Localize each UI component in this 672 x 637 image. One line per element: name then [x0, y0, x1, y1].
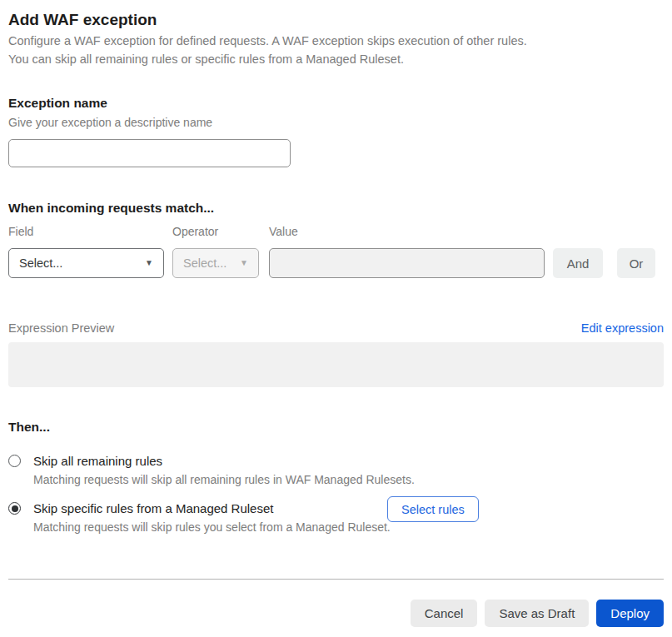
match-column-labels: Field Operator Value	[8, 224, 664, 239]
then-section: Then... Skip all remaining rules Matchin…	[8, 419, 664, 535]
value-input[interactable]	[269, 248, 545, 278]
select-rules-button[interactable]: Select rules	[387, 496, 479, 522]
expression-preview-row: Expression Preview Edit expression	[8, 321, 664, 336]
deploy-button[interactable]: Deploy	[596, 600, 664, 627]
add-waf-exception-form: Add WAF exception Configure a WAF except…	[0, 0, 672, 627]
page-description-line-2: You can skip all remaining rules or spec…	[8, 50, 664, 68]
exception-name-input[interactable]	[8, 139, 291, 167]
cancel-button[interactable]: Cancel	[411, 600, 478, 627]
value-label: Value	[269, 224, 298, 239]
expression-preview-box	[8, 342, 664, 387]
skip-specific-description: Matching requests will skip rules you se…	[33, 520, 664, 535]
edit-expression-link[interactable]: Edit expression	[581, 321, 664, 336]
operator-select-value: Select...	[183, 256, 226, 270]
exception-name-help: Give your exception a descriptive name	[8, 115, 664, 130]
operator-select[interactable]: Select... ▼	[172, 248, 259, 278]
skip-all-radio-row[interactable]: Skip all remaining rules	[8, 453, 664, 469]
exception-name-section: Exception name Give your exception a des…	[8, 95, 664, 167]
save-as-draft-button[interactable]: Save as Draft	[485, 600, 589, 627]
page-title: Add WAF exception	[8, 10, 664, 29]
skip-all-label: Skip all remaining rules	[33, 453, 162, 469]
chevron-down-icon: ▼	[240, 259, 248, 267]
field-label: Field	[8, 224, 172, 239]
chevron-down-icon: ▼	[145, 259, 153, 267]
exception-name-heading: Exception name	[8, 95, 664, 111]
match-section: When incoming requests match... Field Op…	[8, 200, 664, 278]
footer-actions: Cancel Save as Draft Deploy	[8, 600, 664, 627]
option-skip-specific-rules: Skip specific rules from a Managed Rules…	[8, 500, 664, 535]
or-button[interactable]: Or	[617, 248, 655, 278]
footer-divider	[8, 579, 664, 580]
match-controls-row: Select... ▼ Select... ▼ And Or	[8, 248, 664, 278]
radio-button-icon[interactable]	[8, 455, 21, 467]
field-select-value: Select...	[19, 256, 62, 270]
and-button[interactable]: And	[553, 248, 603, 278]
option-skip-all-remaining-rules: Skip all remaining rules Matching reques…	[8, 453, 664, 487]
skip-specific-label: Skip specific rules from a Managed Rules…	[33, 500, 273, 516]
page-description: Configure a WAF exception for defined re…	[8, 32, 664, 68]
skip-all-description: Matching requests will skip all remainin…	[33, 472, 664, 487]
radio-button-icon[interactable]	[8, 502, 21, 515]
field-select[interactable]: Select... ▼	[8, 248, 164, 278]
operator-label: Operator	[172, 224, 269, 239]
page-description-line-1: Configure a WAF exception for defined re…	[8, 32, 664, 50]
skip-specific-radio-row[interactable]: Skip specific rules from a Managed Rules…	[8, 500, 664, 516]
expression-preview-label: Expression Preview	[8, 321, 114, 336]
match-heading: When incoming requests match...	[8, 200, 664, 216]
then-heading: Then...	[8, 419, 664, 435]
